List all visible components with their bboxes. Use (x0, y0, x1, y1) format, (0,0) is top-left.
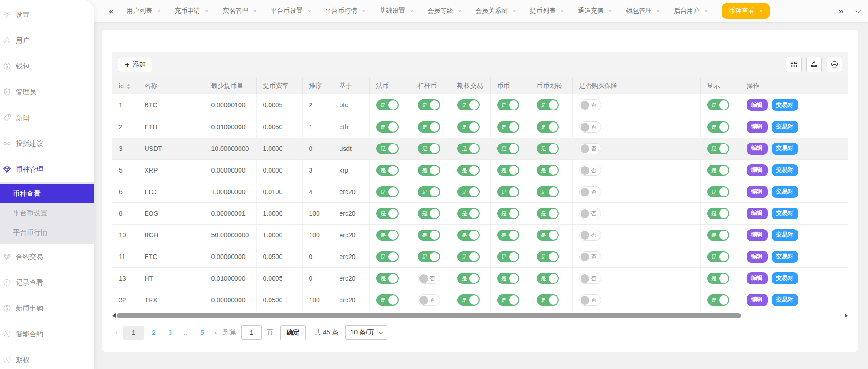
buy-insurance-toggle[interactable]: 否 (579, 273, 601, 284)
legal-currency-toggle[interactable]: 是 (376, 99, 399, 110)
trade-pair-button[interactable]: 交易对 (772, 164, 798, 176)
leverage-coin-toggle[interactable]: 是 (418, 230, 440, 241)
edit-button[interactable]: 编辑 (747, 121, 768, 133)
coin-coin-toggle[interactable]: 是 (497, 143, 519, 154)
buy-insurance-toggle[interactable]: 否 (579, 208, 601, 219)
confirm-button[interactable]: 确定 (280, 325, 306, 340)
leverage-coin-toggle[interactable]: 是 (418, 143, 440, 154)
tab-close-icon[interactable]: × (410, 7, 414, 15)
trade-pair-button[interactable]: 交易对 (772, 272, 798, 284)
table-columns-icon[interactable] (786, 57, 802, 72)
display-toggle[interactable]: 是 (707, 230, 729, 241)
legal-currency-toggle[interactable]: 是 (376, 251, 399, 262)
display-toggle[interactable]: 是 (707, 121, 729, 133)
edit-button[interactable]: 编辑 (747, 164, 768, 176)
option-trade-toggle[interactable]: 是 (457, 230, 480, 241)
tab-会员等级[interactable]: 会员等级× (428, 7, 462, 15)
tab-实名管理[interactable]: 实名管理× (223, 7, 257, 15)
leverage-coin-toggle[interactable]: 否 (418, 294, 440, 306)
legal-currency-toggle[interactable]: 是 (376, 121, 399, 133)
coin-coin-toggle[interactable]: 是 (497, 208, 519, 219)
sidebar-item-用户[interactable]: 用户 (0, 28, 94, 53)
tab-会员关系图[interactable]: 会员关系图× (475, 7, 516, 15)
coin-transfer-toggle[interactable]: 是 (537, 294, 559, 306)
trade-pair-button[interactable]: 交易对 (772, 186, 798, 198)
coin-transfer-toggle[interactable]: 是 (537, 99, 559, 110)
buy-insurance-toggle[interactable]: 否 (579, 143, 601, 154)
tab-平台币设置[interactable]: 平台币设置× (270, 7, 311, 15)
scroll-right-arrow-icon[interactable] (845, 313, 848, 318)
submenu-item-平台币设置[interactable]: 平台币设置 (0, 203, 94, 223)
sort-carets-icon[interactable] (127, 84, 130, 89)
edit-button[interactable]: 编辑 (747, 229, 768, 241)
submenu-item-币种查看[interactable]: 币种查看 (0, 184, 94, 203)
trade-pair-button[interactable]: 交易对 (772, 99, 798, 111)
tab-close-icon[interactable]: × (458, 7, 462, 15)
sidebar-item-期权[interactable]: 期权 (0, 347, 94, 369)
tab-钱包管理[interactable]: 钱包管理× (626, 7, 660, 15)
option-trade-toggle[interactable]: 是 (457, 99, 480, 110)
sidebar-item-钱包[interactable]: 钱包 (0, 53, 94, 79)
buy-insurance-toggle[interactable]: 否 (579, 165, 601, 176)
tab-币种查看[interactable]: 币种查看× (722, 3, 770, 19)
tab-后台用户[interactable]: 后台用户× (674, 7, 708, 15)
page-number-3[interactable]: 3 (164, 326, 176, 340)
scrollbar-thumb[interactable] (117, 313, 741, 318)
display-toggle[interactable]: 是 (707, 186, 729, 197)
tab-close-icon[interactable]: × (157, 7, 161, 15)
tab-充币申请[interactable]: 充币申请× (175, 7, 209, 15)
buy-insurance-toggle[interactable]: 否 (579, 294, 601, 306)
buy-insurance-toggle[interactable]: 否 (579, 230, 601, 241)
coin-coin-toggle[interactable]: 是 (497, 99, 519, 110)
leverage-coin-toggle[interactable]: 是 (418, 208, 440, 219)
next-page-button[interactable]: › (212, 329, 218, 336)
sidebar-item-管理员[interactable]: 管理员 (0, 79, 94, 105)
trade-pair-button[interactable]: 交易对 (772, 143, 798, 155)
option-trade-toggle[interactable]: 是 (457, 273, 480, 284)
trade-pair-button[interactable]: 交易对 (772, 229, 798, 241)
trade-pair-button[interactable]: 交易对 (772, 121, 798, 133)
tab-close-icon[interactable]: × (362, 7, 365, 15)
option-trade-toggle[interactable]: 是 (457, 143, 480, 154)
coin-transfer-toggle[interactable]: 是 (537, 208, 559, 219)
sidebar-item-币种管理[interactable]: 币种管理 (0, 156, 94, 182)
sidebar-item-新币申购[interactable]: 新币申购 (0, 295, 94, 321)
trade-pair-button[interactable]: 交易对 (772, 294, 798, 306)
coin-transfer-toggle[interactable]: 是 (537, 186, 559, 197)
coin-coin-toggle[interactable]: 是 (497, 121, 519, 133)
edit-button[interactable]: 编辑 (747, 208, 768, 219)
add-button[interactable]: + 添加 (118, 57, 152, 72)
tab-close-icon[interactable]: × (560, 7, 564, 15)
scrollbar-track[interactable] (117, 313, 843, 318)
leverage-coin-toggle[interactable]: 否 (418, 273, 440, 284)
edit-button[interactable]: 编辑 (747, 143, 768, 155)
leverage-coin-toggle[interactable]: 是 (418, 121, 440, 133)
buy-insurance-toggle[interactable]: 否 (579, 186, 601, 197)
tab-用户列表[interactable]: 用户列表× (127, 7, 161, 15)
option-trade-toggle[interactable]: 是 (457, 251, 480, 262)
tab-提币列表[interactable]: 提币列表× (530, 7, 564, 15)
buy-insurance-toggle[interactable]: 否 (579, 121, 601, 133)
option-trade-toggle[interactable]: 是 (457, 165, 480, 176)
display-toggle[interactable]: 是 (707, 99, 729, 110)
tab-close-icon[interactable]: × (759, 7, 763, 15)
legal-currency-toggle[interactable]: 是 (376, 230, 399, 241)
tab-close-icon[interactable]: × (608, 7, 612, 15)
display-toggle[interactable]: 是 (707, 294, 729, 306)
leverage-coin-toggle[interactable]: 是 (418, 99, 440, 110)
tab-通道充值[interactable]: 通道充值× (578, 7, 612, 15)
coin-transfer-toggle[interactable]: 是 (537, 251, 559, 262)
edit-button[interactable]: 编辑 (747, 251, 768, 263)
sidebar-item-设置[interactable]: 设置 (0, 2, 94, 28)
edit-button[interactable]: 编辑 (747, 294, 768, 306)
goto-page-input[interactable] (241, 325, 262, 340)
legal-currency-toggle[interactable]: 是 (376, 165, 399, 176)
trade-pair-button[interactable]: 交易对 (772, 251, 798, 263)
column-header-id[interactable]: id (112, 77, 138, 94)
export-icon[interactable] (806, 57, 822, 72)
page-size-select[interactable]: 10 条/页 (345, 325, 387, 340)
legal-currency-toggle[interactable]: 是 (376, 294, 399, 306)
scroll-left-arrow-icon[interactable] (112, 313, 116, 318)
display-toggle[interactable]: 是 (707, 251, 729, 262)
legal-currency-toggle[interactable]: 是 (376, 186, 399, 197)
